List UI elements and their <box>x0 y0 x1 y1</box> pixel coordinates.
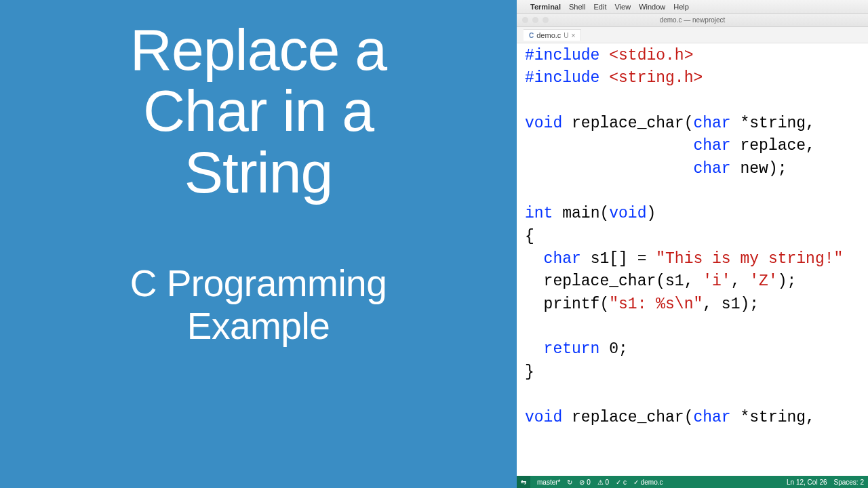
code-token: void <box>609 205 646 222</box>
code-token: ); <box>778 272 797 290</box>
code-token: char <box>693 409 730 426</box>
tab-demo-c[interactable]: C demo.c U × <box>524 29 581 41</box>
traffic-lights <box>522 17 549 23</box>
code-token <box>525 250 544 268</box>
code-token: void <box>525 409 562 426</box>
menubar-help[interactable]: Help <box>673 3 689 11</box>
code-token: char <box>693 160 730 178</box>
code-token: printf( <box>525 296 609 313</box>
code-token: *string, <box>731 115 815 132</box>
promo-subtitle: C Programming Example <box>130 262 387 348</box>
indent-setting[interactable]: Spaces: 2 <box>834 479 864 486</box>
menubar-window[interactable]: Window <box>639 3 665 11</box>
code-token: char <box>693 137 730 155</box>
cursor-position[interactable]: Ln 12, Col 26 <box>787 479 827 486</box>
code-token: <stdio.h> <box>599 47 693 64</box>
zoom-window-icon[interactable] <box>542 17 549 23</box>
code-token: void <box>525 115 562 132</box>
git-branch[interactable]: master* <box>537 479 560 486</box>
promo-panel: Replace a Char in a String C Programming… <box>0 0 517 488</box>
code-token: #include <box>525 69 599 87</box>
code-token: , <box>731 272 750 290</box>
code-token: <string.h> <box>599 69 703 87</box>
code-token: ) <box>646 205 656 222</box>
code-token: s1[] = <box>581 250 656 268</box>
code-token: replace, <box>731 137 815 155</box>
status-lang-c[interactable]: ✓ c <box>616 479 627 486</box>
code-token: replace_char( <box>562 115 693 132</box>
code-token: "s1: %s\n" <box>609 296 703 313</box>
errors-count[interactable]: ⊘ 0 <box>579 479 590 486</box>
code-token <box>525 340 544 358</box>
menubar-app[interactable]: Terminal <box>530 3 561 11</box>
code-token: #include <box>525 47 599 64</box>
window-titlebar: demo.c — newproject <box>517 14 868 27</box>
code-token: replace_char( <box>562 409 693 426</box>
code-token: 'Z' <box>749 272 777 290</box>
close-window-icon[interactable] <box>522 17 528 23</box>
code-token: int <box>525 205 553 222</box>
code-token: , s1); <box>703 296 759 313</box>
mac-menubar: Terminal Shell Edit View Window Help <box>517 0 868 14</box>
close-tab-icon[interactable]: × <box>572 32 576 39</box>
promo-title: Replace a Char in a String <box>130 19 387 203</box>
status-file[interactable]: ✓ demo.c <box>633 479 663 486</box>
remote-indicator-icon[interactable]: ⇆ <box>517 476 530 488</box>
menubar-edit[interactable]: Edit <box>594 3 607 11</box>
minimize-window-icon[interactable] <box>532 17 538 23</box>
code-token: replace_char(s1, <box>525 272 703 290</box>
status-bar: ⇆ master* ↻ ⊘ 0 ⚠ 0 ✓ c ✓ demo.c Ln 12, … <box>517 476 868 488</box>
tab-bar: C demo.c U × <box>517 27 868 43</box>
code-token: new); <box>731 160 787 178</box>
menubar-shell[interactable]: Shell <box>569 3 585 11</box>
code-token: 'i' <box>703 272 730 290</box>
warnings-count[interactable]: ⚠ 0 <box>597 479 609 486</box>
code-token: } <box>525 363 534 381</box>
code-token: { <box>525 228 534 245</box>
sync-icon[interactable]: ↻ <box>567 479 572 486</box>
code-editor[interactable]: #include <stdio.h> #include <string.h> v… <box>517 43 868 488</box>
vcs-status: U <box>564 32 568 39</box>
file-lang-icon: C <box>529 32 534 39</box>
menubar-view[interactable]: View <box>614 3 631 11</box>
code-token: *string, <box>731 409 815 426</box>
code-token: 0; <box>599 340 627 358</box>
tab-filename: demo.c <box>536 31 561 39</box>
code-token: char <box>693 115 730 132</box>
window-title: demo.c — newproject <box>660 16 726 24</box>
editor-window: Terminal Shell Edit View Window Help dem… <box>517 0 868 488</box>
code-token: main( <box>553 205 609 222</box>
code-token: return <box>544 340 600 358</box>
code-token: "This is my string!" <box>656 250 843 268</box>
code-token: char <box>544 250 581 268</box>
